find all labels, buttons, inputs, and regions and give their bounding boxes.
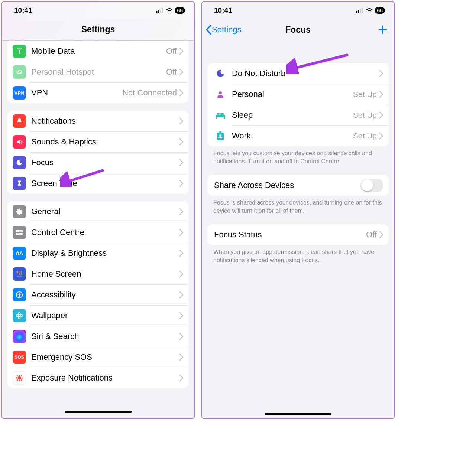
- svg-point-26: [19, 380, 20, 381]
- settings-screen: 10:41 66 Settings Mobile Data Off Pe: [1, 1, 195, 419]
- row-value: Off: [366, 230, 377, 239]
- link-icon: [13, 65, 26, 79]
- settings-list[interactable]: Mobile Data Off Personal Hotspot Off VPN…: [2, 41, 194, 418]
- row-sounds[interactable]: Sounds & Haptics: [7, 131, 189, 152]
- svg-point-19: [18, 313, 20, 315]
- row-exposure[interactable]: Exposure Notifications: [7, 368, 189, 388]
- svg-point-8: [20, 233, 22, 235]
- svg-rect-10: [19, 271, 20, 273]
- row-personal[interactable]: Personal Set Up: [207, 84, 389, 105]
- nav-bar: Settings Focus: [202, 19, 394, 41]
- chevron-right-icon: [179, 333, 184, 340]
- back-button[interactable]: Settings: [205, 19, 242, 41]
- share-toggle[interactable]: [360, 179, 383, 192]
- status-footer: When you give an app permission, it can …: [202, 245, 394, 264]
- status-time: 10:41: [14, 6, 32, 14]
- cellular-icon: [156, 8, 164, 13]
- speaker-icon: [13, 135, 26, 149]
- row-work[interactable]: Work Set Up: [207, 125, 389, 146]
- svg-rect-44: [219, 131, 221, 133]
- row-display[interactable]: AA Display & Brightness: [7, 243, 189, 264]
- svg-rect-3: [162, 8, 163, 13]
- chevron-right-icon: [379, 111, 383, 119]
- chevron-right-icon: [179, 138, 184, 146]
- row-home-screen[interactable]: Home Screen: [7, 264, 189, 284]
- row-accessibility[interactable]: Accessibility: [7, 284, 189, 305]
- row-general[interactable]: General: [7, 201, 189, 222]
- row-control-centre[interactable]: Control Centre: [7, 222, 189, 243]
- chevron-right-icon: [179, 48, 184, 55]
- focus-screen: 10:41 66 Settings Focus Do Not Disturb: [201, 1, 395, 419]
- svg-point-4: [19, 50, 20, 51]
- row-label: General: [31, 207, 179, 216]
- home-indicator[interactable]: [265, 413, 331, 415]
- add-button[interactable]: [378, 19, 388, 41]
- svg-rect-13: [19, 273, 20, 275]
- hourglass-icon: [13, 177, 26, 190]
- chevron-right-icon: [179, 117, 184, 125]
- home-indicator[interactable]: [65, 411, 132, 413]
- chevron-right-icon: [179, 208, 184, 215]
- modes-footer: Focus lets you customise your devices an…: [202, 146, 394, 165]
- row-siri[interactable]: Siri & Search: [7, 326, 189, 347]
- svg-rect-39: [216, 117, 217, 119]
- focus-list[interactable]: Do Not Disturb Personal Set Up Sleep Set…: [202, 41, 394, 418]
- chevron-left-icon: [205, 25, 212, 35]
- status-icons: 66: [356, 7, 385, 14]
- row-wallpaper[interactable]: Wallpaper: [7, 305, 189, 326]
- chevron-right-icon: [179, 68, 184, 76]
- svg-rect-1: [158, 10, 159, 13]
- share-footer: Focus is shared across your devices, and…: [202, 196, 394, 215]
- svg-point-32: [21, 380, 22, 381]
- row-value: Off: [166, 67, 177, 77]
- row-vpn[interactable]: VPN VPN Not Connected: [7, 82, 189, 103]
- row-screen-time[interactable]: Screen Time: [7, 173, 189, 194]
- row-notifications[interactable]: Notifications: [7, 111, 189, 131]
- group-alerts: Notifications Sounds & Haptics Focus: [7, 111, 189, 194]
- row-sos[interactable]: SOS Emergency SOS: [7, 347, 189, 368]
- chevron-right-icon: [179, 229, 184, 236]
- row-label: VPN: [31, 88, 122, 98]
- antenna-icon: [13, 45, 26, 58]
- svg-point-27: [16, 378, 17, 378]
- row-label: Display & Brightness: [31, 248, 179, 258]
- svg-rect-41: [217, 113, 220, 115]
- bed-icon: [213, 111, 228, 119]
- svg-point-30: [21, 376, 22, 376]
- svg-rect-33: [356, 11, 357, 13]
- chevron-right-icon: [179, 180, 184, 187]
- svg-rect-12: [17, 273, 18, 275]
- badge-icon: [213, 131, 228, 141]
- plus-icon: [378, 25, 388, 35]
- row-label: Siri & Search: [31, 332, 179, 341]
- cellular-icon: [356, 8, 364, 13]
- row-label: Control Centre: [31, 228, 179, 237]
- svg-point-21: [16, 314, 19, 317]
- svg-point-29: [17, 376, 18, 376]
- battery-level: 66: [175, 7, 185, 14]
- row-label: Focus Status: [214, 230, 366, 239]
- row-label: Work: [232, 131, 353, 141]
- row-focus-status[interactable]: Focus Status Off: [207, 224, 389, 245]
- chevron-right-icon: [179, 250, 184, 257]
- row-personal-hotspot[interactable]: Personal Hotspot Off: [7, 62, 189, 82]
- vpn-icon: VPN: [13, 86, 26, 100]
- exposure-icon: [13, 371, 26, 385]
- chevron-right-icon: [179, 159, 184, 166]
- row-value: Not Connected: [122, 88, 177, 98]
- siri-icon: [13, 330, 26, 343]
- back-label: Settings: [212, 25, 242, 35]
- row-label: Personal: [232, 89, 353, 99]
- row-label: Home Screen: [31, 269, 179, 279]
- row-label: Personal Hotspot: [31, 67, 166, 77]
- row-mobile-data[interactable]: Mobile Data Off: [7, 41, 189, 62]
- svg-point-31: [17, 380, 18, 381]
- chevron-right-icon: [379, 231, 383, 238]
- row-label: Accessibility: [31, 290, 179, 300]
- row-sleep[interactable]: Sleep Set Up: [207, 105, 389, 125]
- svg-point-22: [20, 314, 23, 317]
- chevron-right-icon: [179, 270, 184, 278]
- row-focus[interactable]: Focus: [7, 152, 189, 173]
- row-dnd[interactable]: Do Not Disturb: [207, 63, 389, 84]
- row-share-devices[interactable]: Share Across Devices: [207, 175, 389, 196]
